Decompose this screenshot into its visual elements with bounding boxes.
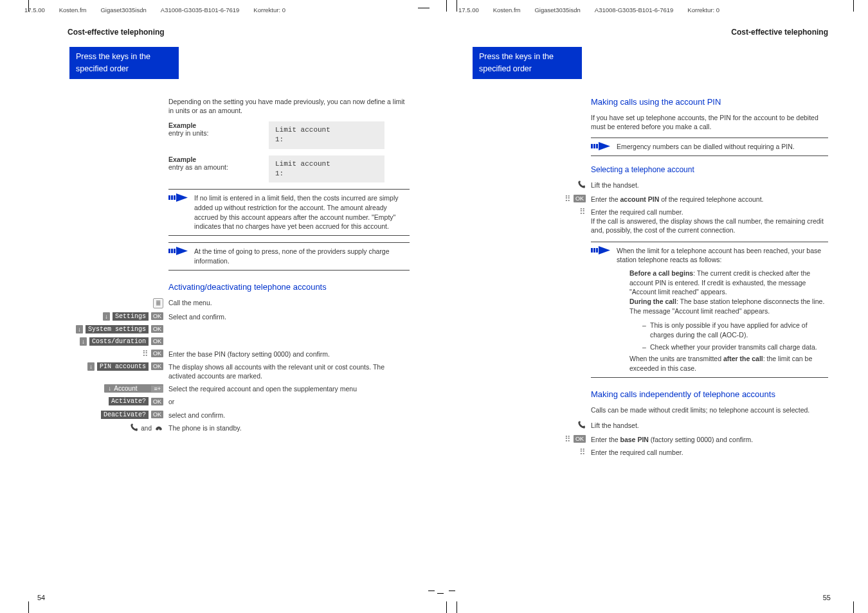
step-select-confirm: Select and confirm.: [168, 312, 410, 321]
display-box-1: Limit account 1:: [269, 121, 384, 149]
page-left: 17.5.00 Kosten.fm Gigaset3035isdn A31008…: [0, 0, 434, 613]
ok-button: OK: [151, 325, 163, 333]
runhead-file: Kosten.fm: [493, 6, 521, 13]
down-arrow-icon: ↓: [76, 325, 83, 333]
arrow-icon: [591, 246, 611, 373]
running-head-right: 17.5.00 Kosten.fm Gigaset3035isdn A31008…: [434, 6, 868, 13]
keypad-icon: ⠿: [579, 208, 586, 216]
down-arrow-icon: ↓: [87, 362, 95, 371]
runhead-product: Gigaset3035isdn: [534, 6, 580, 13]
note-li1: This is only possible if you have applie…: [642, 321, 828, 339]
svg-marker-15: [599, 246, 610, 254]
ok-button: OK: [151, 337, 163, 345]
ok-button: OK: [574, 195, 586, 202]
svg-rect-6: [174, 249, 176, 253]
step-call-menu: Call the menu.: [168, 298, 410, 307]
arrow-icon: [168, 193, 189, 231]
intro-text: Depending on the setting you have made p…: [168, 97, 410, 115]
svg-rect-0: [168, 195, 170, 200]
heading-account-pin: Making calls using the account PIN: [591, 97, 828, 107]
handset-lift-icon: [577, 181, 586, 191]
note-limit-reached: When the limit for a telephone account h…: [591, 242, 828, 378]
heading-activate: Activating/deactivating telephone accoun…: [168, 282, 410, 292]
menu-activate: Activate?: [109, 397, 149, 405]
step-lift: Lift the handset.: [591, 181, 828, 190]
account-selector: ↓ Account ≡+: [104, 384, 163, 393]
note-emergency-text: Emergency numbers can be dialled without…: [617, 142, 828, 152]
runhead-date: 17.5.00: [24, 6, 45, 13]
menu-pin-accounts: PIN accounts: [97, 362, 149, 371]
step-enter-call: Enter the required call number. If the c…: [591, 208, 828, 235]
account-label: Account: [114, 385, 151, 392]
section-title-left: Cost-effective telephoning: [0, 28, 434, 47]
instruction-banner-left: Press the keys in the specified order: [69, 47, 179, 79]
keypad-icon: ⠿: [142, 350, 149, 358]
step-enter-req: Enter the required call number.: [591, 448, 828, 457]
keypad-icon: ⠿: [565, 435, 571, 443]
svg-rect-5: [171, 249, 173, 253]
note-limit-lead: When the limit for a telephone account h…: [617, 247, 821, 264]
example-units: Example entry in units: Limit account 1:: [168, 121, 410, 149]
handset-lift-icon: [129, 423, 138, 434]
steps-left: ≣ Call the menu. ↓ Settings OK Select an…: [0, 298, 434, 434]
note1-text: If no limit is entered in a limit field,…: [194, 193, 410, 231]
and-text: and: [141, 425, 152, 432]
page-spread: 17.5.00 Kosten.fm Gigaset3035isdn A31008…: [0, 0, 868, 613]
svg-rect-1: [171, 195, 173, 200]
display-box-2: Limit account 1:: [269, 155, 384, 183]
runhead-korrektur: Korrektur: 0: [253, 6, 285, 13]
heading-select-account: Selecting a telephone account: [591, 165, 828, 174]
menu-system-settings: System settings: [86, 325, 149, 333]
step-standby: The phone is in standby.: [168, 423, 410, 432]
step-lift2: Lift the handset.: [591, 421, 828, 430]
heading-independent: Making calls independently of telephone …: [591, 389, 828, 399]
step-or: or: [168, 397, 410, 406]
ok-button: OK: [151, 411, 163, 418]
arrow-icon: [591, 142, 611, 152]
keypad-icon: ⠿: [579, 448, 586, 456]
menu-costs-duration: Costs/duration: [89, 337, 149, 346]
note-emergency: Emergency numbers can be dialled without…: [591, 138, 828, 156]
handset-down-icon: [154, 423, 163, 434]
step-enter-pin: Enter the base PIN (factory setting 0000…: [168, 350, 410, 359]
page-right: 17.5.00 Kosten.fm Gigaset3035isdn A31008…: [434, 0, 868, 613]
example1-label: Example: [168, 121, 252, 129]
ok-button: OK: [151, 362, 163, 370]
disp1-line2: 1:: [275, 135, 378, 145]
svg-rect-10: [596, 144, 598, 148]
content-left: Depending on the setting you have made p…: [0, 97, 434, 292]
running-head-left: 17.5.00 Kosten.fm Gigaset3035isdn A31008…: [0, 6, 434, 13]
svg-marker-7: [176, 247, 188, 255]
page-number-right: 55: [823, 594, 831, 601]
note-providers: At the time of going to press, none of t…: [168, 242, 410, 270]
example2-label: Example: [168, 155, 252, 163]
p3-text: Calls can be made without credit limits;…: [591, 405, 828, 414]
menu-settings: Settings: [113, 312, 149, 321]
step-select-confirm2: select and confirm.: [168, 411, 410, 420]
runhead-file: Kosten.fm: [59, 6, 87, 13]
menu-deactivate: Deactivate?: [101, 411, 149, 419]
content-right: Making calls using the account PIN If yo…: [434, 97, 868, 458]
ok-button: OK: [151, 350, 163, 357]
submenu-icon: ≡+: [151, 386, 163, 392]
instruction-banner-right: Press the keys in the specified order: [473, 47, 582, 79]
svg-rect-9: [593, 144, 595, 148]
svg-rect-14: [596, 248, 598, 253]
runhead-docnum: A31008-G3035-B101-6-7619: [161, 6, 240, 13]
svg-rect-2: [174, 195, 176, 200]
note-no-limit: If no limit is entered in a limit field,…: [168, 189, 410, 236]
handset-lift-icon: [577, 421, 586, 431]
svg-rect-12: [591, 248, 593, 253]
disp1-line1: Limit account: [275, 125, 378, 135]
runhead-docnum: A31008-G3035-B101-6-7619: [595, 6, 674, 13]
ok-button: OK: [574, 435, 586, 443]
svg-marker-3: [176, 193, 188, 202]
example-amount: Example entry as an amount: Limit accoun…: [168, 155, 410, 183]
svg-rect-4: [168, 249, 170, 253]
runhead-product: Gigaset3035isdn: [100, 6, 146, 13]
arrow-icon: [168, 247, 189, 265]
example1-sub: entry in units:: [168, 129, 208, 137]
disp2-line2: 1:: [275, 169, 378, 179]
step-display-accounts: The display shows all accounts with the …: [168, 362, 410, 380]
svg-marker-11: [599, 142, 610, 150]
